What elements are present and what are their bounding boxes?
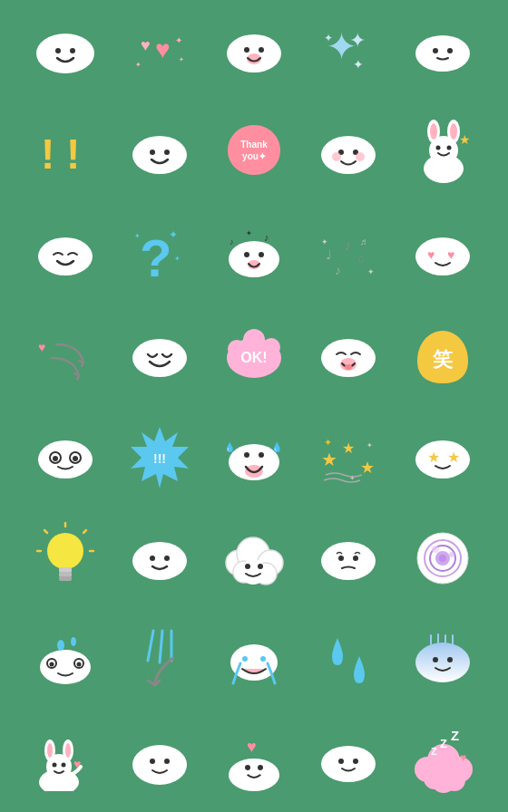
sticker-r3c5[interactable]: ♥ ♥	[397, 205, 488, 303]
svg-rect-98	[59, 576, 72, 581]
sticker-r4c4[interactable]	[303, 306, 394, 404]
svg-point-10	[259, 47, 264, 53]
sticker-r7c4[interactable]	[303, 611, 394, 709]
svg-point-158	[164, 759, 170, 764]
sticker-r6c3[interactable]	[209, 509, 299, 607]
sticker-r3c2[interactable]: ? ✦ ✦ ✦	[114, 205, 205, 303]
svg-text:★: ★	[360, 459, 375, 477]
sticker-r7c2[interactable]	[114, 611, 205, 709]
sticker-r1c3[interactable]	[209, 2, 299, 100]
svg-point-152	[65, 743, 71, 758]
svg-line-133	[160, 631, 162, 662]
svg-text:💧: 💧	[271, 441, 283, 453]
svg-point-47	[259, 252, 264, 257]
svg-text:OK!: OK!	[240, 350, 267, 365]
svg-text:♥: ♥	[460, 751, 466, 764]
svg-text:!: !	[41, 130, 54, 178]
svg-point-128	[50, 662, 54, 667]
svg-point-117	[353, 556, 358, 561]
sticker-r8c4[interactable]	[303, 712, 394, 810]
sticker-r1c2[interactable]: ♥ ♥ ✦ ✦ ✦	[114, 2, 205, 100]
sticker-r5c5[interactable]: ★ ★	[397, 408, 488, 506]
svg-point-67	[243, 329, 265, 351]
sticker-r1c5[interactable]	[397, 2, 488, 100]
sticker-r2c4[interactable]	[303, 103, 394, 201]
sticker-r6c4[interactable]	[303, 509, 394, 607]
sticker-r1c1[interactable]	[20, 2, 111, 100]
sticker-r3c4[interactable]: ♪ ♩ ♫ ♪ ♬ ✦ ✦	[303, 205, 394, 303]
svg-point-29	[332, 152, 341, 161]
sticker-grid: ♥ ♥ ✦ ✦ ✦ ✦ ✦ ✦ ✦	[11, 0, 497, 812]
sticker-r4c1[interactable]: ♥	[20, 306, 111, 404]
sticker-r4c5[interactable]: 笑	[397, 306, 488, 404]
sticker-r8c5[interactable]: Z Z Z ♥	[397, 712, 488, 810]
sticker-r7c3[interactable]	[209, 611, 299, 709]
svg-point-123	[432, 546, 439, 553]
svg-point-40	[38, 237, 93, 276]
sticker-r8c3[interactable]: ♥	[209, 712, 299, 810]
svg-point-164	[338, 759, 344, 764]
svg-point-82	[259, 452, 264, 458]
sticker-r5c1[interactable]	[20, 408, 111, 506]
svg-text:笑: 笑	[432, 348, 454, 371]
svg-text:♩: ♩	[326, 247, 332, 262]
svg-text:✦: ✦	[324, 32, 333, 44]
svg-text:♥: ♥	[427, 247, 435, 262]
sticker-r3c3[interactable]: ♪ ♪ ✦	[209, 205, 299, 303]
svg-point-151	[47, 743, 53, 758]
svg-point-105	[150, 556, 155, 561]
sticker-r2c2[interactable]	[114, 103, 205, 201]
sticker-r8c1[interactable]: ♥	[20, 712, 111, 810]
svg-point-2	[70, 48, 75, 53]
sticker-r6c1[interactable]	[20, 509, 111, 607]
sticker-r8c2[interactable]	[114, 712, 205, 810]
svg-point-22	[150, 150, 155, 155]
svg-text:✦: ✦	[349, 29, 366, 52]
svg-point-163	[321, 746, 376, 782]
sticker-r5c4[interactable]: ★ ★ ★ ✦ ✦ ✦	[303, 408, 394, 506]
sticker-r7c1[interactable]	[20, 611, 111, 709]
svg-text:✦: ✦	[246, 229, 252, 237]
svg-point-113	[245, 564, 250, 569]
sticker-r7c5[interactable]	[397, 611, 488, 709]
svg-text:✦: ✦	[134, 232, 141, 240]
svg-point-76	[53, 456, 58, 461]
svg-point-1	[55, 48, 61, 53]
sticker-r4c2[interactable]	[114, 306, 205, 404]
svg-text:Z: Z	[440, 737, 447, 750]
sticker-r2c3[interactable]: Thank you✦	[209, 103, 299, 201]
svg-point-135	[230, 644, 278, 681]
svg-text:♥: ♥	[141, 36, 151, 54]
svg-text:★: ★	[342, 440, 355, 456]
svg-point-17	[433, 48, 438, 53]
svg-text:Z: Z	[451, 730, 459, 743]
svg-point-141	[433, 657, 438, 662]
svg-point-131	[71, 637, 76, 646]
sticker-r2c5[interactable]: ★	[397, 103, 488, 201]
svg-line-132	[148, 631, 153, 661]
sticker-r3c1[interactable]	[20, 205, 111, 303]
sticker-r6c5[interactable]	[397, 509, 488, 607]
svg-point-122	[439, 555, 446, 562]
sticker-r1c4[interactable]: ✦ ✦ ✦ ✦	[303, 2, 394, 100]
svg-text:♪: ♪	[230, 237, 234, 246]
sticker-r6c2[interactable]	[114, 509, 205, 607]
svg-point-129	[77, 662, 82, 667]
sticker-r4c3[interactable]: OK!	[209, 306, 299, 404]
sticker-r2c1[interactable]: ! !	[20, 103, 111, 201]
svg-text:♪: ♪	[264, 232, 269, 243]
sticker-r5c3[interactable]: 💧 💧	[209, 408, 299, 506]
svg-line-101	[44, 530, 47, 533]
svg-line-100	[83, 530, 86, 533]
svg-text:✦: ✦	[179, 56, 184, 63]
svg-text:💧: 💧	[224, 441, 236, 453]
sticker-r5c2[interactable]: !!!	[114, 408, 205, 506]
svg-text:✦: ✦	[135, 61, 142, 69]
svg-text:♪: ♪	[335, 263, 341, 277]
svg-point-77	[73, 456, 78, 461]
svg-point-92	[415, 440, 470, 478]
svg-point-154	[62, 762, 66, 767]
svg-point-37	[435, 145, 440, 150]
svg-point-159	[229, 759, 279, 791]
svg-text:★: ★	[427, 450, 440, 465]
